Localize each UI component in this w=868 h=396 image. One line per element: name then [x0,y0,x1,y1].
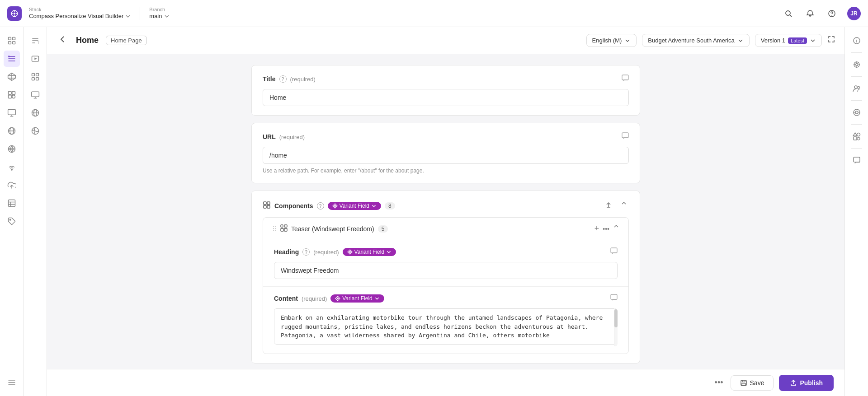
url-comment-button[interactable] [622,132,629,141]
table-icon [7,199,16,208]
right-target-button[interactable] [849,56,865,73]
heading-variant-icon [347,249,353,255]
right-people-button[interactable] [849,80,865,97]
secondary-grid[interactable] [27,69,43,85]
text-icon: T [31,36,40,45]
svg-rect-60 [622,75,628,80]
svg-rect-53 [31,92,39,97]
svg-line-7 [790,15,792,17]
version-selector[interactable]: Version 1 Latest [755,34,822,47]
branch-info[interactable]: Branch main [149,7,169,20]
save-button[interactable]: Save [731,375,774,391]
secondary-text[interactable]: T [27,33,43,49]
heading-help-icon[interactable]: ? [302,248,310,256]
svg-rect-38 [8,200,15,207]
components-header: Components ? Variant Field 8 [263,200,629,212]
teaser-grid-icon [280,224,288,233]
sidebar-nav-tag[interactable] [4,213,20,229]
sidebar-nav-upload[interactable] [4,177,20,193]
sidebar-nav-table[interactable] [4,195,20,211]
components-count: 8 [385,202,395,210]
components-expand-button[interactable] [604,200,613,212]
teaser-more-button[interactable]: ••• [603,225,609,233]
expand-button[interactable] [827,35,835,46]
svg-rect-22 [8,92,11,95]
right-shapes-button[interactable] [849,128,865,144]
content-textarea[interactable]: Embark on an exhilarating motorbike tour… [274,308,618,345]
svg-point-95 [855,111,858,114]
secondary-monitor2[interactable] [27,87,43,103]
heading-comment-button[interactable] [610,247,618,256]
sidebar-nav-layout[interactable] [4,69,20,85]
title-required: (required) [290,76,316,83]
publish-button[interactable]: Publish [779,375,834,391]
form-inner: Title ? (required) [242,65,649,363]
heading-input[interactable] [274,262,618,279]
teaser-collapse-button[interactable] [613,225,619,233]
content-comment-button[interactable] [610,294,618,303]
page-badge: Home Page [106,36,147,45]
help-icon [828,9,836,18]
help-button[interactable] [826,7,838,20]
search-button[interactable] [782,7,795,20]
top-navigation: Stack Compass Personalize Visual Builder… [0,0,868,27]
title-help-icon[interactable]: ? [279,75,287,83]
header-controls: English (M) Budget Adventure South Ameri… [586,34,835,47]
right-chat-button[interactable] [849,152,865,168]
variant-selector[interactable]: Budget Adventure South America [642,34,750,47]
url-input[interactable] [263,147,629,164]
globe2-icon [7,144,16,154]
content-area: Home Home Page English (M) Budget Advent… [47,27,844,396]
svg-rect-51 [32,78,34,80]
content-variant-icon [335,296,340,301]
title-input[interactable] [263,89,629,106]
user-avatar[interactable]: JR [847,7,861,20]
sidebar-nav-monitor[interactable] [4,105,20,121]
variant-chevron-icon [737,37,744,44]
drag-handle-icon[interactable]: ⠿ [272,225,277,233]
right-divider-1 [851,52,862,53]
svg-rect-63 [267,202,270,205]
comment3-icon [610,247,618,255]
svg-point-67 [334,205,336,207]
components-variant-badge[interactable]: Variant Field [328,202,381,210]
components-help-icon[interactable]: ? [317,202,324,210]
svg-point-100 [857,133,860,136]
svg-point-75 [349,251,351,253]
secondary-media[interactable] [27,51,43,67]
content-variant-badge[interactable]: Variant Field [330,294,384,303]
more-options-button[interactable]: ••• [715,378,723,387]
teaser-collapse-icon [613,225,619,231]
heading-field-header: Heading ? (required) Variant Field [274,247,618,256]
bottom-bar: ••• Save Publish [47,369,844,396]
secondary-globe[interactable] [27,105,43,121]
back-button[interactable] [56,33,69,48]
sidebar-nav-content[interactable] [4,51,20,67]
sidebar-nav-wifi[interactable] [4,159,20,175]
sidebar-nav-globe2[interactable] [4,141,20,157]
sidebar-nav-home[interactable] [4,33,20,49]
sidebar-nav-bars[interactable] [4,374,20,391]
globe3-icon [31,108,40,117]
svg-point-101 [857,137,860,140]
teaser-count: 5 [378,225,388,233]
svg-marker-48 [34,58,37,60]
secondary-globe2b[interactable] [27,123,43,139]
teaser-add-button[interactable]: + [594,224,599,233]
right-info-button[interactable] [849,33,865,49]
branch-chevron-icon [164,14,170,19]
title-field-card: Title ? (required) [251,65,640,116]
sidebar-nav-globe[interactable] [4,123,20,139]
title-comment-button[interactable] [622,75,629,84]
components-collapse-button[interactable] [619,200,629,212]
svg-rect-26 [8,110,15,115]
sidebar-nav-components[interactable] [4,87,20,103]
content-required: (required) [302,295,327,302]
svg-rect-82 [742,383,745,385]
heading-variant-badge[interactable]: Variant Field [343,248,396,256]
form-area: Title ? (required) [47,54,844,369]
right-radio-button[interactable] [849,104,865,121]
language-selector[interactable]: English (M) [586,34,637,47]
url-field-header: URL (required) [263,132,629,141]
notifications-button[interactable] [804,7,816,20]
